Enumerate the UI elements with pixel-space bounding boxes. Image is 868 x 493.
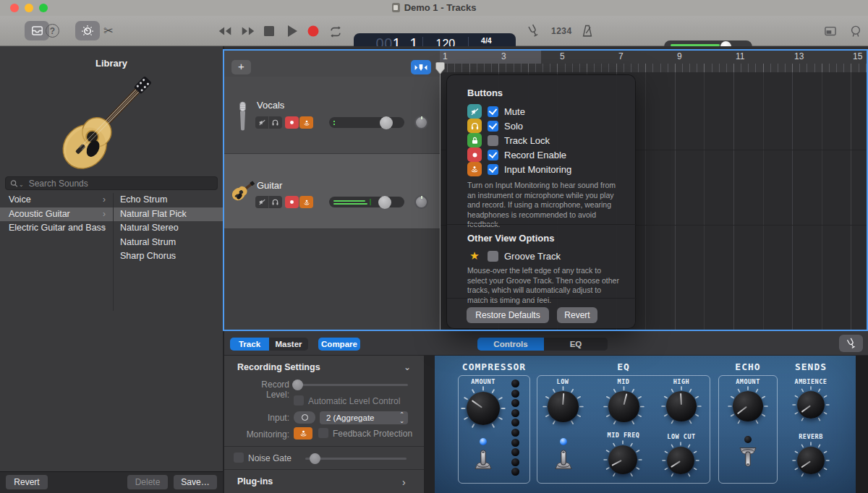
compare-button[interactable]: Compare (318, 338, 360, 351)
metronome-button[interactable] (580, 24, 595, 38)
rewind-button[interactable] (217, 25, 233, 38)
sends-ambience-label: AMBIENCE (788, 378, 833, 385)
search-scope-chevron-icon[interactable]: ⌄ (19, 181, 24, 188)
compressor-amount-knob[interactable] (461, 386, 506, 431)
eq-low-cut-knob[interactable] (662, 442, 699, 479)
track-name[interactable]: Guitar (257, 180, 282, 191)
noise-gate-checkbox[interactable] (234, 453, 244, 463)
patch-echo-strum[interactable]: Echo Strum (114, 193, 223, 207)
category-acoustic-guitar[interactable]: Acoustic Guitar› (0, 207, 113, 222)
input-format-button[interactable] (294, 411, 315, 424)
ruler-ticks (440, 64, 868, 72)
smart-controls-button[interactable] (75, 21, 100, 40)
record-enable-checkbox[interactable] (488, 150, 498, 160)
mute-button[interactable] (255, 196, 268, 208)
search-input[interactable] (27, 178, 213, 189)
tab-controls[interactable]: Controls (477, 338, 544, 351)
sends-reverb-knob[interactable] (792, 442, 830, 479)
category-voice[interactable]: Voice› (0, 193, 113, 207)
stop-button[interactable] (264, 26, 274, 36)
groove-track-checkbox[interactable] (488, 251, 498, 262)
patch-sharp-chorus[interactable]: Sharp Chorus (114, 249, 223, 264)
input-monitoring-checkbox[interactable] (488, 164, 498, 175)
count-in-button[interactable]: 1234 (551, 26, 572, 36)
input-monitoring-button[interactable] (299, 196, 313, 208)
input-monitoring-button[interactable] (299, 116, 313, 129)
feedback-protection-checkbox[interactable] (318, 428, 328, 438)
tuner-icon-button[interactable] (524, 22, 543, 40)
patch-natural-stereo[interactable]: Natural Stereo (114, 221, 223, 236)
vocals-pan-knob[interactable] (414, 116, 428, 129)
vocals-volume-slider[interactable] (329, 117, 404, 128)
solo-button[interactable] (268, 116, 281, 129)
collapse-chevron-icon[interactable]: ⌄ (404, 362, 411, 372)
sends-ambience-knob[interactable] (792, 386, 830, 424)
popover-revert-button[interactable]: Revert (557, 307, 597, 323)
guitar-volume-knob[interactable] (378, 196, 391, 209)
editors-scissors-button[interactable]: ✂ (101, 23, 116, 38)
fast-forward-button[interactable] (240, 25, 256, 38)
patch-natural-flat-pick[interactable]: Natural Flat Pick (114, 207, 223, 222)
tuner-button[interactable] (839, 335, 863, 352)
tab-track[interactable]: Track (230, 338, 269, 351)
auto-level-checkbox[interactable] (294, 395, 304, 406)
eq-low-knob[interactable] (542, 386, 584, 427)
track-lock-checkbox[interactable] (488, 135, 498, 146)
record-enable-button[interactable] (285, 116, 299, 129)
input-source-dropdown[interactable]: 2 (Aggregate⌃⌄ (320, 411, 408, 424)
noise-gate-knob[interactable] (310, 453, 320, 464)
quick-help-button[interactable]: ? (46, 24, 59, 38)
library-delete-button[interactable]: Delete (127, 475, 168, 489)
record-enable-button[interactable] (285, 196, 299, 208)
track-header-vocals[interactable]: Vocals (224, 77, 440, 154)
noise-gate-slider[interactable] (305, 458, 407, 460)
monitoring-toggle-button[interactable] (294, 427, 312, 440)
tab-master[interactable]: Master (269, 338, 308, 351)
library-save-button[interactable]: Save… (174, 475, 217, 489)
echo-amount-knob[interactable] (728, 386, 768, 426)
restore-defaults-button[interactable]: Restore Defaults (467, 307, 549, 323)
compressor-power-toggle[interactable] (472, 448, 494, 471)
loop-browser-button[interactable] (848, 24, 863, 38)
eq-high-knob[interactable] (661, 386, 702, 426)
library-revert-button[interactable]: Revert (6, 475, 48, 489)
solo-checkbox[interactable] (488, 121, 498, 132)
solo-button[interactable] (268, 196, 281, 208)
record-button[interactable] (307, 25, 319, 37)
record-level-knob[interactable] (292, 380, 303, 390)
track-header-guitar[interactable]: Guitar (224, 154, 440, 229)
guitar-pan-knob[interactable] (414, 195, 428, 209)
eq-power-toggle[interactable] (553, 448, 574, 471)
ruler-bar-number: 3 (501, 51, 506, 61)
record-level-slider[interactable] (295, 384, 408, 386)
ruler-bar-number: 1 (443, 51, 448, 61)
guitar-meter (333, 200, 365, 202)
catch-playhead-button[interactable] (411, 60, 431, 74)
echo-power-led (744, 436, 752, 443)
echo-power-toggle[interactable] (737, 445, 759, 468)
empty-track-header-area (224, 229, 440, 335)
plugins-chevron-icon[interactable]: › (402, 476, 406, 488)
search-sounds-field[interactable]: ⌄ (5, 176, 218, 190)
patch-natural-strum[interactable]: Natural Strum (114, 236, 223, 250)
mute-icon (467, 104, 482, 119)
popover-row-groove-track: ★ Groove Track (467, 249, 561, 263)
eq-mid-freq-knob[interactable] (603, 440, 642, 479)
noise-gate-label: Noise Gate (248, 453, 292, 463)
playhead[interactable] (435, 62, 446, 74)
cycle-button[interactable] (328, 25, 343, 39)
eq-mid-knob[interactable] (603, 386, 644, 427)
category-electric-guitar-and-bass[interactable]: Electric Guitar and Bass› (0, 221, 113, 236)
play-button[interactable] (286, 25, 298, 38)
track-name[interactable]: Vocals (257, 100, 284, 111)
add-track-button[interactable]: + (231, 60, 251, 74)
mute-checkbox[interactable] (488, 106, 498, 117)
timeline-ruler[interactable]: 1 3 5 7 9 11 13 15 (440, 51, 868, 72)
mute-button[interactable] (255, 116, 268, 129)
panel-divider (424, 356, 435, 493)
guitar-volume-slider[interactable] (329, 197, 404, 207)
tab-eq[interactable]: EQ (544, 338, 608, 351)
compressor-title: COMPRESSOR (458, 361, 530, 372)
vocals-volume-knob[interactable] (380, 116, 393, 129)
note-pad-button[interactable] (823, 24, 838, 38)
